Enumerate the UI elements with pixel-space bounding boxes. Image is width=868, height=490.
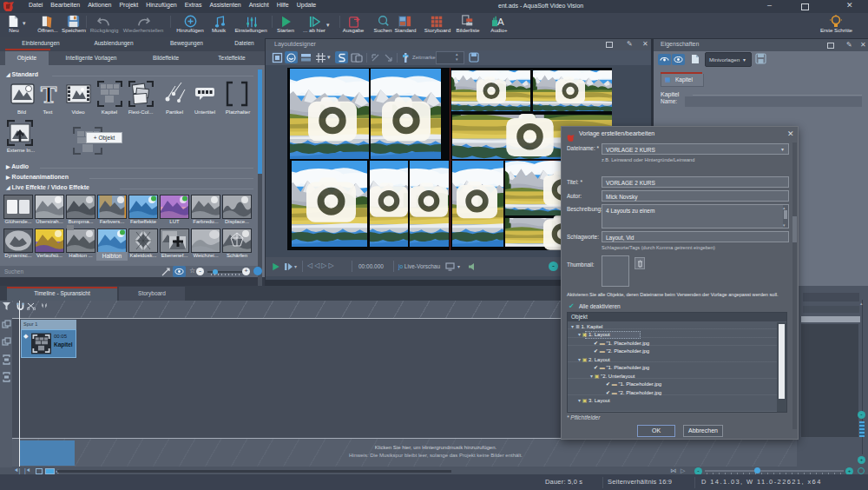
svg-text:T: T	[41, 82, 57, 106]
svg-text:A: A	[497, 17, 504, 27]
